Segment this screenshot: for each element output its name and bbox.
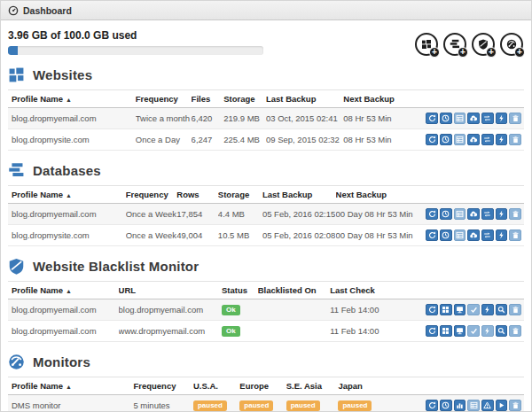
- section-title: Website Blacklist Monitor: [33, 259, 199, 274]
- column-header[interactable]: Last Backup: [262, 186, 336, 204]
- column-header[interactable]: Last Backup: [266, 90, 343, 108]
- column-header[interactable]: Next Backup: [343, 90, 426, 108]
- play-button[interactable]: [496, 400, 508, 411]
- table-cell: Once a Day: [136, 129, 192, 151]
- actions-cell: [426, 129, 524, 151]
- cloud-up-icon: [469, 231, 478, 239]
- refresh-button[interactable]: [426, 229, 438, 241]
- grid-button[interactable]: [440, 304, 452, 315]
- column-header[interactable]: Status: [222, 282, 258, 299]
- trash-button[interactable]: [509, 229, 521, 241]
- column-header[interactable]: Next Backup: [336, 186, 426, 204]
- add-monitor-button[interactable]: +: [500, 33, 523, 56]
- bolt-button[interactable]: [481, 304, 494, 315]
- table-cell: blog.dropmyemail.com: [8, 321, 119, 342]
- clock-button[interactable]: [440, 400, 452, 411]
- add-database-backup-button[interactable]: +: [443, 33, 466, 56]
- column-header[interactable]: Frequency: [133, 377, 193, 395]
- column-header[interactable]: U.S.A.: [193, 377, 239, 395]
- trash-button[interactable]: [509, 208, 521, 220]
- column-header[interactable]: [426, 282, 524, 299]
- bolt-button[interactable]: [496, 229, 508, 241]
- status-badge: paused: [239, 400, 273, 411]
- loop-button[interactable]: [481, 134, 494, 145]
- bolt-button[interactable]: [496, 208, 508, 220]
- bolt-button[interactable]: [481, 325, 494, 337]
- search-button[interactable]: [496, 304, 508, 315]
- refresh-button[interactable]: [426, 400, 438, 411]
- column-header[interactable]: Storage: [218, 186, 262, 204]
- column-header[interactable]: Rows: [176, 186, 218, 204]
- clock-button[interactable]: [440, 208, 452, 220]
- column-header[interactable]: Files: [192, 90, 224, 108]
- cloud-up-button[interactable]: [467, 229, 480, 241]
- add-website-backup-button[interactable]: +: [415, 33, 438, 56]
- column-header[interactable]: Profile Name▲: [8, 282, 119, 299]
- table-row: blog.dropmysite.comOnce a Day6,247225.4 …: [8, 129, 524, 151]
- check-icon: [470, 306, 478, 314]
- bolt-button[interactable]: [496, 113, 508, 124]
- column-header[interactable]: Last Check: [330, 282, 426, 299]
- clock-button[interactable]: [440, 113, 452, 124]
- trash-button[interactable]: [509, 400, 521, 411]
- loop-button[interactable]: [481, 229, 494, 241]
- status-badge: paused: [338, 400, 372, 411]
- list-button[interactable]: [454, 134, 466, 145]
- column-header[interactable]: Profile Name▲: [8, 186, 126, 204]
- action-buttons: [426, 134, 521, 145]
- table-cell: blog.dropmyemail.com: [119, 299, 222, 321]
- loop-button[interactable]: [481, 113, 494, 124]
- check-button[interactable]: [467, 325, 480, 337]
- list-button[interactable]: [467, 400, 480, 411]
- column-header[interactable]: Japan: [338, 377, 426, 395]
- search-button[interactable]: [496, 325, 508, 337]
- section-table: Profile Name▲URLStatusBlacklisted OnLast…: [8, 281, 524, 342]
- refresh-button[interactable]: [426, 134, 438, 145]
- alert-button[interactable]: [481, 400, 494, 411]
- column-header[interactable]: Europe: [239, 377, 286, 395]
- plus-badge: +: [458, 47, 468, 58]
- column-header[interactable]: Blacklisted On: [258, 282, 330, 299]
- column-header[interactable]: Frequency: [136, 90, 192, 108]
- column-header[interactable]: Profile Name▲: [8, 377, 133, 395]
- list-button[interactable]: [454, 208, 466, 220]
- column-header[interactable]: Profile Name▲: [8, 90, 136, 108]
- table-cell: Ok: [222, 299, 258, 321]
- refresh-button[interactable]: [426, 113, 438, 124]
- refresh-icon: [428, 231, 436, 239]
- list-button[interactable]: [454, 229, 466, 241]
- grid-button[interactable]: [440, 325, 452, 337]
- table-row: blog.dropmyemail.comwww.dropmyemail.comO…: [8, 321, 524, 342]
- loop-button[interactable]: [481, 208, 494, 220]
- trash-button[interactable]: [509, 113, 521, 124]
- chart-button[interactable]: [454, 400, 466, 411]
- cloud-up-button[interactable]: [467, 113, 480, 124]
- column-header[interactable]: [426, 90, 524, 108]
- cloud-up-button[interactable]: [467, 208, 480, 220]
- check-button[interactable]: [467, 304, 480, 315]
- column-header[interactable]: S.E. Asia: [286, 377, 339, 395]
- monitor-button[interactable]: [454, 304, 466, 315]
- monitor-button[interactable]: [454, 325, 466, 337]
- column-header[interactable]: [426, 377, 524, 395]
- column-header[interactable]: URL: [119, 282, 222, 299]
- refresh-button[interactable]: [426, 304, 438, 315]
- cloud-up-button[interactable]: [467, 134, 480, 145]
- list-button[interactable]: [454, 113, 466, 124]
- column-header[interactable]: [426, 186, 524, 204]
- refresh-button[interactable]: [426, 325, 438, 337]
- trash-button[interactable]: [509, 325, 521, 337]
- trash-button[interactable]: [509, 134, 521, 145]
- table-header-row: Profile Name▲FrequencyRowsStorageLast Ba…: [8, 186, 524, 204]
- topbar[interactable]: Dashboard: [1, 1, 531, 20]
- table-cell: 11 Feb 14:00: [330, 321, 426, 342]
- trash-button[interactable]: [509, 304, 521, 315]
- table-row: blog.dropmyemail.comTwice a month6,42021…: [8, 108, 524, 129]
- column-header[interactable]: Frequency: [126, 186, 177, 204]
- bolt-button[interactable]: [496, 134, 508, 145]
- clock-button[interactable]: [440, 134, 452, 145]
- column-header[interactable]: Storage: [223, 90, 266, 108]
- refresh-button[interactable]: [426, 208, 438, 220]
- add-blacklist-monitor-button[interactable]: +: [472, 33, 495, 56]
- clock-button[interactable]: [440, 229, 452, 241]
